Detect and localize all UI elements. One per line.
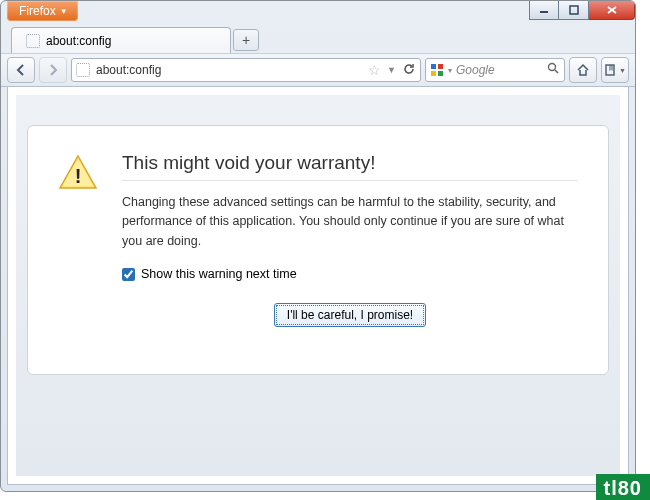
bookmarks-icon xyxy=(604,63,618,77)
arrow-left-icon xyxy=(14,63,28,77)
urlbar-dropdown-icon[interactable]: ▼ xyxy=(387,65,396,75)
reload-icon xyxy=(402,62,416,76)
arrow-right-icon xyxy=(46,63,60,77)
browser-window: Firefox ▼ about:config + xyxy=(0,0,636,492)
minimize-icon xyxy=(539,5,549,15)
svg-rect-6 xyxy=(431,71,436,76)
search-engine-icon[interactable] xyxy=(430,63,444,77)
bookmarks-menu-button[interactable]: ▼ xyxy=(601,57,629,83)
forward-button[interactable] xyxy=(39,57,67,83)
search-bar[interactable]: ▾ Google xyxy=(425,58,565,82)
maximize-button[interactable] xyxy=(559,1,589,20)
tab-active[interactable]: about:config xyxy=(11,27,231,53)
warning-panel: ! This might void your warranty! Changin… xyxy=(27,125,609,375)
search-go-button[interactable] xyxy=(547,62,560,78)
google-icon xyxy=(430,63,444,77)
site-identity-icon[interactable] xyxy=(76,63,90,77)
url-text: about:config xyxy=(96,63,362,77)
search-engine-dropdown-icon[interactable]: ▾ xyxy=(448,66,452,75)
warning-text: Changing these advanced settings can be … xyxy=(122,193,578,251)
svg-point-8 xyxy=(549,64,556,71)
nav-toolbar: about:config ☆ ▼ ▾ Google xyxy=(1,53,635,87)
svg-rect-5 xyxy=(438,64,443,69)
warning-title: This might void your warranty! xyxy=(122,152,578,181)
svg-text:!: ! xyxy=(75,165,82,187)
back-button[interactable] xyxy=(7,57,35,83)
watermark: tl80 xyxy=(596,474,650,500)
home-button[interactable] xyxy=(569,57,597,83)
show-warning-label: Show this warning next time xyxy=(141,267,297,281)
warning-body: This might void your warranty! Changing … xyxy=(122,152,578,327)
content-background: ! This might void your warranty! Changin… xyxy=(16,95,620,476)
tab-title: about:config xyxy=(46,34,111,48)
svg-rect-7 xyxy=(438,71,443,76)
page-icon xyxy=(26,34,40,48)
magnifier-icon xyxy=(547,62,560,75)
show-warning-checkbox[interactable] xyxy=(122,268,135,281)
close-icon xyxy=(606,5,618,15)
minimize-button[interactable] xyxy=(529,1,559,20)
reload-button[interactable] xyxy=(402,62,416,79)
content-area: ! This might void your warranty! Changin… xyxy=(7,87,629,485)
window-controls xyxy=(529,1,635,20)
svg-rect-4 xyxy=(431,64,436,69)
close-button[interactable] xyxy=(589,1,635,20)
svg-rect-1 xyxy=(570,6,578,14)
plus-icon: + xyxy=(242,32,250,48)
warning-icon: ! xyxy=(58,154,98,327)
continue-button[interactable]: I'll be careful, I promise! xyxy=(274,303,426,327)
svg-line-9 xyxy=(555,70,558,73)
new-tab-button[interactable]: + xyxy=(233,29,259,51)
maximize-icon xyxy=(569,5,579,15)
titlebar: Firefox ▼ xyxy=(1,1,635,25)
url-bar[interactable]: about:config ☆ ▼ xyxy=(71,58,421,82)
bookmark-star-icon[interactable]: ☆ xyxy=(368,62,381,78)
app-menu-button[interactable]: Firefox ▼ xyxy=(7,1,78,21)
tab-strip: about:config + xyxy=(1,25,635,53)
home-icon xyxy=(576,63,590,77)
app-menu-label: Firefox xyxy=(19,4,56,18)
chevron-down-icon: ▼ xyxy=(619,67,626,74)
chevron-down-icon: ▼ xyxy=(60,7,68,16)
show-warning-checkbox-row[interactable]: Show this warning next time xyxy=(122,267,578,281)
search-placeholder: Google xyxy=(456,63,543,77)
